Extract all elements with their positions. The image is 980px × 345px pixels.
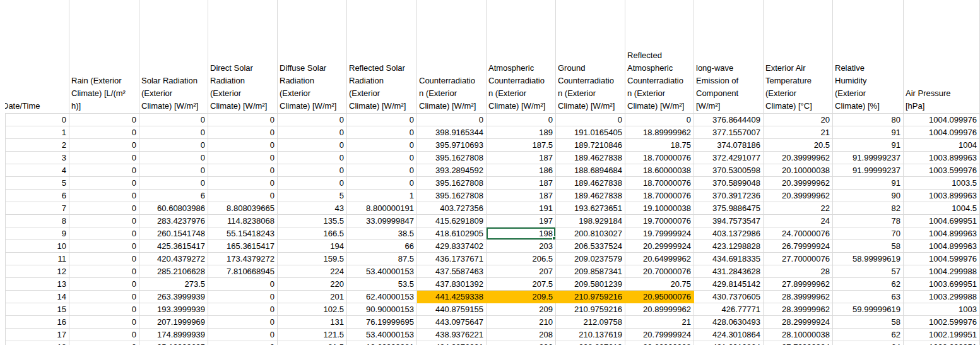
cell[interactable]: 212.09758 <box>556 316 625 329</box>
cell[interactable]: 38.5 <box>347 227 417 240</box>
cell[interactable]: 1003 <box>904 303 980 316</box>
cell[interactable]: 187.5 <box>487 139 556 152</box>
cell[interactable]: 90 <box>833 190 904 202</box>
cell[interactable]: 0 <box>208 114 278 126</box>
cell[interactable]: 1002.599976 <box>904 316 980 329</box>
cell[interactable]: 0 <box>69 265 139 278</box>
cell[interactable]: 18.60000038 <box>625 164 694 177</box>
cell[interactable]: 20.39999962 <box>764 190 833 202</box>
cell[interactable]: 62 <box>833 329 904 341</box>
cell[interactable]: 66 <box>347 240 417 253</box>
cell[interactable]: 194 <box>278 240 347 253</box>
cell[interactable]: 220 <box>278 278 347 291</box>
cell[interactable]: 0 <box>208 164 278 177</box>
cell[interactable]: 0 <box>208 303 278 316</box>
cell[interactable]: 26.79999924 <box>764 240 833 253</box>
cell[interactable]: 21 <box>625 316 694 329</box>
cell[interactable]: 224 <box>278 265 347 278</box>
cell[interactable]: 0 <box>69 227 139 240</box>
cell[interactable]: 20.75 <box>625 278 694 291</box>
cell[interactable]: 429.8337402 <box>417 240 487 253</box>
cell[interactable]: 436.1737671 <box>417 253 487 265</box>
cell[interactable]: 0 <box>69 341 139 345</box>
cell[interactable]: 372.4291077 <box>694 152 764 164</box>
cell[interactable]: 0 <box>69 202 139 215</box>
cell[interactable]: 0 <box>69 215 139 227</box>
cell[interactable]: 28 <box>764 265 833 278</box>
cell[interactable]: 91 <box>833 139 904 152</box>
cell[interactable]: 418.6102905 <box>417 227 487 240</box>
cell[interactable]: 27.70000076 <box>764 253 833 265</box>
cell[interactable]: 1003.699951 <box>904 278 980 291</box>
cell[interactable]: 165.3615417 <box>208 240 278 253</box>
cell[interactable]: 375.9886475 <box>694 202 764 215</box>
cell[interactable]: 8.808039665 <box>208 202 278 215</box>
cell[interactable]: 1 <box>5 126 69 139</box>
cell[interactable]: 1003.899963 <box>904 152 980 164</box>
cell[interactable]: 16 <box>5 316 69 329</box>
cell[interactable]: 121.5 <box>278 329 347 341</box>
cell[interactable]: 78 <box>833 215 904 227</box>
cell[interactable]: 1003.899963 <box>904 190 980 202</box>
cell[interactable]: 206 <box>487 341 556 345</box>
cell[interactable]: 18.75 <box>625 139 694 152</box>
cell[interactable]: 95.19999695 <box>139 341 208 345</box>
cell[interactable]: 0 <box>69 316 139 329</box>
cell[interactable]: 0 <box>347 164 417 177</box>
cell[interactable]: 82 <box>833 202 904 215</box>
cell[interactable]: 208 <box>487 329 556 341</box>
cell[interactable]: 189.4627838 <box>556 190 625 202</box>
cell[interactable]: 0 <box>208 139 278 152</box>
cell[interactable]: 76.19999695 <box>347 316 417 329</box>
cell[interactable]: 10 <box>5 240 69 253</box>
cell[interactable]: 429.8145142 <box>694 278 764 291</box>
cell[interactable]: 200.8103027 <box>556 227 625 240</box>
cell[interactable]: 374.078186 <box>694 139 764 152</box>
cell[interactable]: 135.5 <box>278 215 347 227</box>
cell[interactable]: 6 <box>139 190 208 202</box>
cell[interactable]: 437.5587463 <box>417 265 487 278</box>
cell[interactable]: 53.40000153 <box>347 265 417 278</box>
cell[interactable]: 6 <box>5 190 69 202</box>
cell[interactable]: 189 <box>487 126 556 139</box>
cell[interactable]: 0 <box>69 303 139 316</box>
cell[interactable]: 14 <box>5 291 69 303</box>
cell[interactable]: 0 <box>208 177 278 190</box>
cell[interactable]: 1004.599976 <box>904 253 980 265</box>
column-header[interactable]: Exterior Air Temperature (Exterior Clima… <box>764 0 833 114</box>
cell[interactable]: 0 <box>139 126 208 139</box>
highlighted-cell[interactable]: 20.95000076 <box>625 291 694 303</box>
cell[interactable]: 0 <box>69 114 139 126</box>
cell[interactable]: 0 <box>69 177 139 190</box>
cell[interactable]: 20.89999962 <box>625 303 694 316</box>
cell[interactable]: 43 <box>278 202 347 215</box>
cell[interactable]: 263.3999939 <box>139 291 208 303</box>
cell[interactable]: 8 <box>5 215 69 227</box>
cell[interactable]: 431.2843628 <box>694 265 764 278</box>
cell[interactable]: 91.99999237 <box>833 164 904 177</box>
cell[interactable]: 0 <box>347 152 417 164</box>
cell[interactable]: 1004 <box>904 139 980 152</box>
cell[interactable]: 1004.899963 <box>904 227 980 240</box>
cell[interactable]: 395.1627808 <box>417 152 487 164</box>
cell[interactable]: 0 <box>139 139 208 152</box>
cell[interactable]: 426.77771 <box>694 303 764 316</box>
cell[interactable]: 20 <box>764 114 833 126</box>
column-header[interactable]: Ground Counterradiatio n (Exterior Clima… <box>556 0 625 114</box>
column-header[interactable]: Diffuse Solar Radiation (Exterior Climat… <box>278 0 347 114</box>
cell[interactable]: 55.15418243 <box>208 227 278 240</box>
cell[interactable]: 1004.899963 <box>904 240 980 253</box>
cell[interactable]: 70 <box>833 227 904 240</box>
cell[interactable]: 1004.299988 <box>904 265 980 278</box>
column-header[interactable]: Solar Radiation (Exterior Climate) [W/m²… <box>139 0 208 114</box>
cell[interactable]: 24 <box>764 215 833 227</box>
cell[interactable]: 64 <box>833 341 904 345</box>
cell[interactable]: 173.4379272 <box>208 253 278 265</box>
cell[interactable]: 27.89999962 <box>764 278 833 291</box>
cell[interactable]: 0 <box>139 114 208 126</box>
cell[interactable]: 260.1541748 <box>139 227 208 240</box>
cell[interactable]: 58 <box>833 316 904 329</box>
cell[interactable]: 33.09999847 <box>347 215 417 227</box>
cell[interactable]: 20.10000038 <box>764 164 833 177</box>
cell[interactable]: 0 <box>69 126 139 139</box>
